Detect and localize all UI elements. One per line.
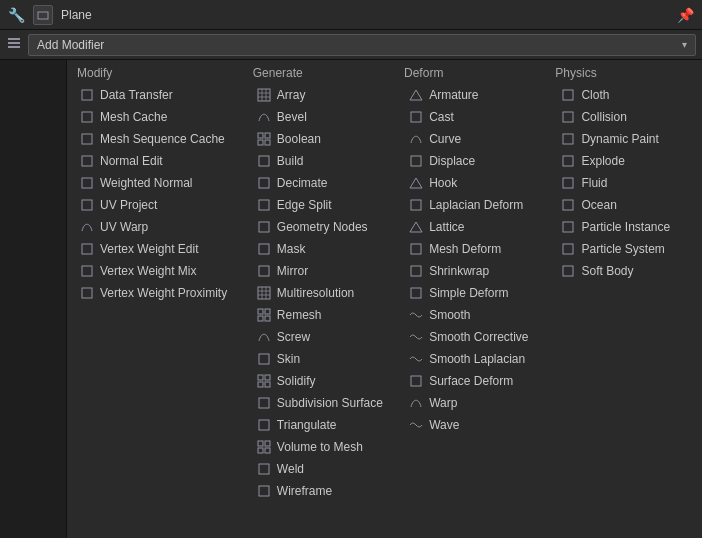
modifier-item[interactable]: Build	[252, 150, 404, 172]
modifier-item[interactable]: Dynamic Paint	[556, 128, 694, 150]
pin-icon[interactable]: 📌	[677, 7, 694, 23]
modifier-item[interactable]: Particle System	[556, 238, 694, 260]
modifier-icon	[256, 395, 272, 411]
modifier-item[interactable]: Smooth Laplacian	[404, 348, 556, 370]
svg-rect-11	[82, 266, 92, 276]
modifier-item[interactable]: Vertex Weight Mix	[75, 260, 252, 282]
modifier-item[interactable]: Cast	[404, 106, 556, 128]
modifier-item[interactable]: Armature	[404, 84, 556, 106]
modifier-icon	[408, 395, 424, 411]
modifier-label: Particle System	[581, 242, 664, 256]
modifier-item[interactable]: Mesh Deform	[404, 238, 556, 260]
svg-rect-38	[258, 375, 263, 380]
modifier-item[interactable]: Cloth	[556, 84, 694, 106]
modifier-icon	[560, 109, 576, 125]
svg-rect-58	[411, 288, 421, 298]
modifier-item[interactable]: Data Transfer	[75, 84, 252, 106]
modifier-item[interactable]: Decimate	[252, 172, 404, 194]
modifier-item[interactable]: Boolean	[252, 128, 404, 150]
svg-rect-57	[411, 266, 421, 276]
modifier-label: Triangulate	[277, 418, 337, 432]
modifier-item[interactable]: Simple Deform	[404, 282, 556, 304]
modifier-icon	[79, 219, 95, 235]
modifier-item[interactable]: Surface Deform	[404, 370, 556, 392]
modifier-item[interactable]: Soft Body	[556, 260, 694, 282]
modifier-icon	[560, 197, 576, 213]
modifier-item[interactable]: Hook	[404, 172, 556, 194]
modifier-item[interactable]: Ocean	[556, 194, 694, 216]
top-bar: 🔧 Plane 📌	[0, 0, 702, 30]
modifier-item[interactable]: Multiresolution	[252, 282, 404, 304]
modifier-item[interactable]: Volume to Mesh	[252, 436, 404, 458]
modifier-item[interactable]: Mesh Sequence Cache	[75, 128, 252, 150]
modifier-item[interactable]: Weld	[252, 458, 404, 480]
modifier-item[interactable]: UV Warp	[75, 216, 252, 238]
svg-rect-40	[258, 382, 263, 387]
modifier-item[interactable]: Normal Edit	[75, 150, 252, 172]
modifier-label: Ocean	[581, 198, 616, 212]
svg-rect-13	[258, 89, 270, 101]
modifier-label: Wave	[429, 418, 459, 432]
modifier-icon	[79, 285, 95, 301]
sidebar	[0, 60, 67, 538]
modifier-label: Wireframe	[277, 484, 332, 498]
modifier-item[interactable]: Smooth Corrective	[404, 326, 556, 348]
modifier-item[interactable]: Array	[252, 84, 404, 106]
modifier-item[interactable]: Laplacian Deform	[404, 194, 556, 216]
modifier-item[interactable]: Remesh	[252, 304, 404, 326]
modifier-item[interactable]: Vertex Weight Proximity	[75, 282, 252, 304]
modifier-item[interactable]: Displace	[404, 150, 556, 172]
modifier-item[interactable]: Shrinkwrap	[404, 260, 556, 282]
modifier-item[interactable]: Vertex Weight Edit	[75, 238, 252, 260]
modifier-icon	[408, 131, 424, 147]
modifier-item[interactable]: Triangulate	[252, 414, 404, 436]
modifier-icon	[256, 263, 272, 279]
modifier-item[interactable]: Mirror	[252, 260, 404, 282]
modifier-label: Geometry Nodes	[277, 220, 368, 234]
modifier-icon	[256, 131, 272, 147]
modifier-item[interactable]: Fluid	[556, 172, 694, 194]
modifier-item[interactable]: Mask	[252, 238, 404, 260]
modifier-icon	[408, 87, 424, 103]
modifier-label: Lattice	[429, 220, 464, 234]
modify-column: Data TransferMesh CacheMesh Sequence Cac…	[75, 84, 252, 502]
svg-rect-24	[259, 200, 269, 210]
modifier-item[interactable]: Curve	[404, 128, 556, 150]
modifier-label: Mirror	[277, 264, 308, 278]
modifier-item[interactable]: Warp	[404, 392, 556, 414]
modifier-icon	[560, 131, 576, 147]
modifier-item[interactable]: Weighted Normal	[75, 172, 252, 194]
modifier-item[interactable]: Collision	[556, 106, 694, 128]
modifier-item[interactable]: Bevel	[252, 106, 404, 128]
modifier-item[interactable]: Solidify	[252, 370, 404, 392]
svg-rect-66	[563, 222, 573, 232]
modifier-item[interactable]: Wireframe	[252, 480, 404, 502]
modifier-item[interactable]: Explode	[556, 150, 694, 172]
modifier-item[interactable]: Skin	[252, 348, 404, 370]
modifier-item[interactable]: Subdivision Surface	[252, 392, 404, 414]
modifier-item[interactable]: Edge Split	[252, 194, 404, 216]
modifier-icon	[256, 373, 272, 389]
wrench-icon[interactable]: 🔧	[8, 7, 25, 23]
deform-column: ArmatureCastCurveDisplaceHookLaplacian D…	[404, 84, 556, 502]
modifier-icon	[256, 417, 272, 433]
svg-rect-20	[258, 140, 263, 145]
modifier-item[interactable]: Mesh Cache	[75, 106, 252, 128]
modifier-item[interactable]: Wave	[404, 414, 556, 436]
modifier-item[interactable]: Geometry Nodes	[252, 216, 404, 238]
page-title: Plane	[61, 8, 92, 22]
modifier-item[interactable]: Smooth	[404, 304, 556, 326]
modifier-item[interactable]: Particle Instance	[556, 216, 694, 238]
svg-rect-61	[563, 112, 573, 122]
svg-rect-6	[82, 134, 92, 144]
modifier-item[interactable]: Lattice	[404, 216, 556, 238]
svg-rect-54	[411, 200, 421, 210]
svg-rect-33	[258, 309, 263, 314]
dropdown-arrow: ▾	[682, 39, 687, 50]
add-modifier-dropdown[interactable]: Add Modifier ▾	[28, 34, 696, 56]
modifier-dropdown-icon	[6, 35, 22, 54]
modifier-item[interactable]: Screw	[252, 326, 404, 348]
modifier-item[interactable]: UV Project	[75, 194, 252, 216]
svg-rect-45	[265, 441, 270, 446]
modifier-label: Fluid	[581, 176, 607, 190]
